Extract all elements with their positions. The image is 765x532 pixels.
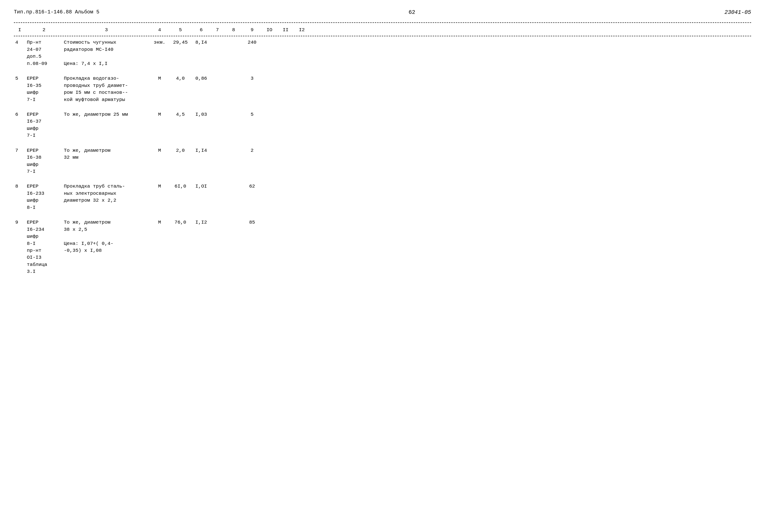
row-col5: 6I,0 — [169, 183, 192, 190]
row-num: 7 — [14, 147, 25, 154]
table-row: 7ЕРЕР I6-38 шифр 7-IТо же, диаметром 32 … — [14, 144, 751, 178]
row-col5: 4,5 — [169, 111, 192, 118]
row-unit: М — [150, 183, 169, 190]
row-code: ЕРЕР I6-233 шифр 8-I — [25, 183, 62, 211]
row-col6: I,03 — [192, 111, 211, 118]
table-row: 9ЕРЕР I6-234 шифр 8-I пр-нт OI-I3 таблиц… — [14, 216, 751, 278]
col-header-1: I — [14, 27, 25, 34]
table-row: 6ЕРЕР I6-37 шифр 7-IТо же, диаметром 25 … — [14, 108, 751, 142]
row-col5: 76,0 — [169, 219, 192, 226]
row-unit: М — [150, 111, 169, 118]
row-col9: 85 — [243, 219, 261, 226]
table-body: 4Пр-нт 24-07 доп.5 п.08-09Стоимость чугу… — [14, 36, 751, 278]
row-unit: М — [150, 147, 169, 154]
row-desc: То же, диаметром 32 мм — [62, 147, 150, 161]
row-desc: То же, диаметром 38 x 2,5 Цена: I,07+( 0… — [62, 219, 150, 254]
row-col6: I,I4 — [192, 147, 211, 154]
col-header-5: 5 — [169, 27, 192, 34]
row-col9: 3 — [243, 75, 261, 82]
row-col6: 0,86 — [192, 75, 211, 82]
row-code: Пр-нт 24-07 доп.5 п.08-09 — [25, 39, 62, 67]
row-num: 8 — [14, 183, 25, 190]
row-code: ЕРЕР I6-234 шифр 8-I пр-нт OI-I3 таблица… — [25, 219, 62, 275]
col-header-6: 6 — [192, 27, 211, 34]
row-num: 5 — [14, 75, 25, 82]
row-col9: 2 — [243, 147, 261, 154]
row-unit: М — [150, 75, 169, 82]
col-header-10: IO — [261, 27, 278, 34]
header-left: Тип.пр.816-1-146.88 Альбом 5 — [14, 9, 99, 15]
row-col6: 8,I4 — [192, 39, 211, 46]
col-header-7: 7 — [211, 27, 224, 34]
table-row: 8ЕРЕР I6-233 шифр 8-IПрокладка труб стал… — [14, 180, 751, 214]
col-header-2: 2 — [25, 27, 62, 34]
row-num: 6 — [14, 111, 25, 118]
column-headers-row: I 2 3 4 5 6 7 8 9 IO II I2 — [14, 24, 751, 36]
col-header-11: II — [278, 27, 294, 34]
col-header-8: 8 — [224, 27, 243, 34]
row-desc: То же, диаметром 25 мм — [62, 111, 150, 118]
row-col9: 5 — [243, 111, 261, 118]
main-table: I 2 3 4 5 6 7 8 9 IO II I2 4Пр-нт 24-07 … — [14, 22, 751, 278]
row-unit: М — [150, 219, 169, 226]
row-col5: 2,0 — [169, 147, 192, 154]
row-code: ЕРЕР I6-35 шифр 7-I — [25, 75, 62, 103]
row-num: 4 — [14, 39, 25, 46]
row-col9: 240 — [243, 39, 261, 46]
header-right: 23041-05 — [725, 9, 751, 15]
row-code: ЕРЕР I6-37 шифр 7-I — [25, 111, 62, 139]
col-header-12: I2 — [294, 27, 310, 34]
row-col5: 29,45 — [169, 39, 192, 46]
row-unit: экм. — [150, 39, 169, 46]
row-code: ЕРЕР I6-38 шифр 7-I — [25, 147, 62, 175]
col-header-4: 4 — [150, 27, 169, 34]
page-header: Тип.пр.816-1-146.88 Альбом 5 62 23041-05 — [14, 9, 751, 15]
row-desc: Стоимость чугунных радиаторов МС-I40 Цен… — [62, 39, 150, 67]
row-col9: 62 — [243, 183, 261, 190]
row-desc: Прокладка водогазо- проводных труб диаме… — [62, 75, 150, 103]
row-col5: 4,0 — [169, 75, 192, 82]
col-header-9: 9 — [243, 27, 261, 34]
col-header-3: 3 — [62, 27, 150, 34]
row-num: 9 — [14, 219, 25, 226]
header-center: 62 — [408, 9, 415, 15]
table-row: 5ЕРЕР I6-35 шифр 7-IПрокладка водогазо- … — [14, 72, 751, 106]
row-col6: I,I2 — [192, 219, 211, 226]
row-col6: I,OI — [192, 183, 211, 190]
table-row: 4Пр-нт 24-07 доп.5 п.08-09Стоимость чугу… — [14, 36, 751, 70]
row-desc: Прокладка труб сталь- ных электросварных… — [62, 183, 150, 204]
